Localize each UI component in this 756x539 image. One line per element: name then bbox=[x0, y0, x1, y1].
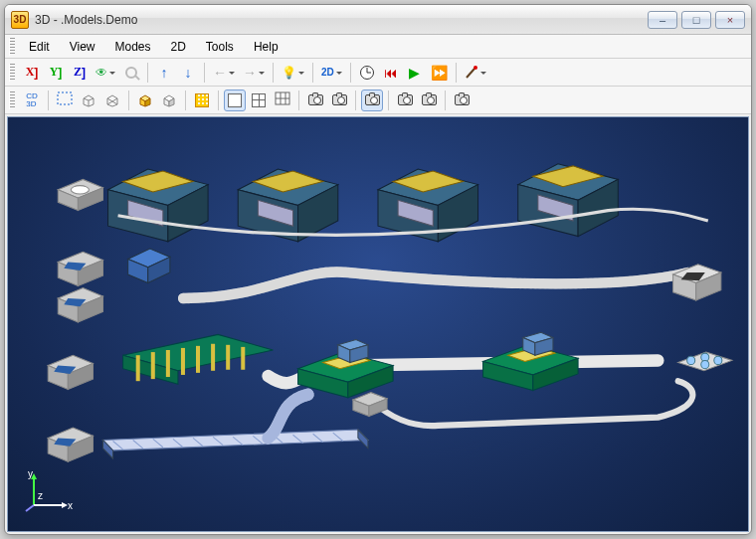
close-button[interactable]: × bbox=[715, 11, 745, 29]
menu-edit[interactable]: Edit bbox=[19, 38, 60, 56]
view-along-z-button[interactable]: Z] bbox=[69, 62, 91, 84]
menubar: Edit View Modes 2D Tools Help bbox=[5, 35, 751, 59]
nav-forward-button[interactable]: → bbox=[240, 62, 268, 84]
menu-help[interactable]: Help bbox=[244, 38, 288, 56]
quad-view-button[interactable] bbox=[248, 90, 270, 111]
sim-rewind-button[interactable]: ⏮ bbox=[380, 62, 402, 84]
svg-rect-2 bbox=[58, 92, 72, 104]
toolbar1-grip[interactable] bbox=[9, 64, 15, 82]
separator bbox=[456, 63, 457, 83]
view-along-x-button[interactable]: X] bbox=[21, 62, 43, 84]
svg-marker-99 bbox=[103, 430, 368, 450]
app-window: 3D 3D - .Models.Demo – □ × Edit View Mod… bbox=[4, 4, 752, 535]
menu-modes[interactable]: Modes bbox=[104, 38, 160, 56]
menubar-grip[interactable] bbox=[9, 38, 15, 56]
menu-view[interactable]: View bbox=[60, 38, 105, 56]
camera-e-button[interactable] bbox=[418, 90, 440, 111]
cd3d-icon: CD3D bbox=[26, 92, 38, 108]
eye-icon: 👁 bbox=[95, 66, 107, 80]
arrow-down-icon: ↓ bbox=[185, 66, 192, 80]
maximize-icon: □ bbox=[693, 14, 700, 26]
single-view-button[interactable] bbox=[224, 90, 246, 111]
camera-c-button[interactable] bbox=[361, 90, 383, 111]
axis-x-icon: X bbox=[26, 65, 35, 80]
minimize-button[interactable]: – bbox=[648, 11, 677, 29]
separator bbox=[350, 63, 351, 83]
sim-clock-button[interactable] bbox=[356, 62, 378, 84]
toolbar-view: CD3D bbox=[5, 87, 751, 114]
svg-point-88 bbox=[687, 356, 695, 364]
camera-icon bbox=[308, 94, 323, 105]
separator bbox=[388, 90, 389, 110]
arrow-right-icon: → bbox=[243, 66, 257, 80]
separator bbox=[48, 90, 49, 110]
nav-down-button[interactable]: ↓ bbox=[177, 62, 199, 84]
titlebar[interactable]: 3D 3D - .Models.Demo – □ × bbox=[5, 5, 751, 35]
separator bbox=[185, 90, 186, 110]
separator bbox=[298, 90, 299, 110]
sim-play-button[interactable]: ▶ bbox=[404, 62, 426, 84]
bounding-box-icon bbox=[81, 93, 96, 107]
svg-line-0 bbox=[467, 69, 474, 78]
fast-forward-icon: ⏩ bbox=[431, 66, 448, 80]
view-along-y-button[interactable]: Y] bbox=[45, 62, 67, 84]
separator bbox=[218, 90, 219, 110]
toggle-layer-a-button[interactable] bbox=[134, 90, 156, 111]
cube-a-icon bbox=[137, 93, 153, 107]
grid-button[interactable] bbox=[191, 90, 213, 111]
open-2d-button[interactable]: 2D bbox=[318, 62, 345, 84]
camera-icon bbox=[398, 94, 413, 105]
separator bbox=[147, 63, 148, 83]
camera-a-button[interactable] bbox=[304, 90, 326, 111]
camera-b-button[interactable] bbox=[328, 90, 350, 111]
sim-ffwd-button[interactable]: ⏩ bbox=[428, 62, 451, 84]
toolbar-main: X] Y] Z] 👁 ↑ ↓ ← → 💡 2D ⏮ ▶ ⏩ bbox=[5, 59, 751, 87]
arrow-up-icon: ↑ bbox=[161, 66, 168, 80]
svg-marker-101 bbox=[358, 430, 368, 449]
quad-view-icon bbox=[252, 93, 266, 107]
two-d-icon: 2D bbox=[321, 67, 334, 78]
separator bbox=[204, 63, 205, 83]
nav-back-button[interactable]: ← bbox=[210, 62, 238, 84]
svg-line-5 bbox=[89, 98, 94, 100]
toolbar2-grip[interactable] bbox=[9, 91, 15, 109]
clock-icon bbox=[360, 66, 374, 80]
select-box-icon bbox=[57, 91, 73, 108]
separator bbox=[273, 63, 274, 83]
magnifier-icon bbox=[125, 67, 137, 79]
wireframe-button[interactable] bbox=[101, 90, 123, 111]
play-icon: ▶ bbox=[409, 66, 420, 80]
paint-button[interactable] bbox=[462, 62, 489, 84]
separator bbox=[128, 90, 129, 110]
bounding-box-button[interactable] bbox=[78, 90, 99, 111]
svg-point-43 bbox=[71, 186, 89, 194]
nav-up-button[interactable]: ↑ bbox=[153, 62, 175, 84]
grid-icon bbox=[195, 93, 209, 107]
arrow-left-icon: ← bbox=[213, 66, 227, 80]
look-at-button[interactable]: 👁 bbox=[93, 62, 118, 84]
svg-point-90 bbox=[714, 356, 722, 364]
svg-point-91 bbox=[701, 360, 709, 368]
axis-y-icon: Y bbox=[50, 65, 59, 80]
camera-d-button[interactable] bbox=[394, 90, 416, 111]
six-view-button[interactable] bbox=[272, 90, 293, 111]
toggle-layer-b-button[interactable] bbox=[158, 90, 180, 111]
separator bbox=[355, 90, 356, 110]
scene-content bbox=[8, 117, 748, 531]
camera-icon bbox=[332, 94, 347, 105]
lighting-button[interactable]: 💡 bbox=[279, 62, 307, 84]
camera-f-button[interactable] bbox=[451, 90, 472, 111]
single-view-icon bbox=[228, 93, 242, 107]
maximize-button[interactable]: □ bbox=[681, 11, 711, 29]
menu-2d[interactable]: 2D bbox=[161, 38, 196, 56]
menu-tools[interactable]: Tools bbox=[196, 38, 244, 56]
select-box-button[interactable] bbox=[54, 90, 76, 111]
toggle-cd3d-button[interactable]: CD3D bbox=[21, 90, 43, 111]
viewport-3d[interactable]: x y z bbox=[7, 116, 749, 532]
cube-b-icon bbox=[161, 93, 177, 107]
app-icon: 3D bbox=[11, 11, 29, 29]
axis-z-icon: Z bbox=[74, 65, 82, 80]
svg-point-1 bbox=[473, 66, 477, 70]
six-view-icon bbox=[275, 91, 290, 108]
zoom-button[interactable] bbox=[120, 62, 142, 84]
